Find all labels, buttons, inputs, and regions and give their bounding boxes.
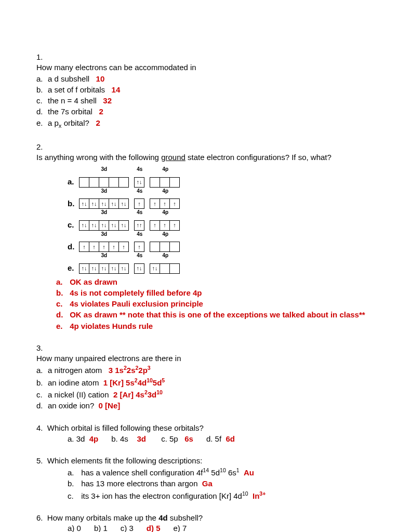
answer: 3 1s22s22p3 (109, 366, 151, 375)
q4-options: a. 3d 4p b. 4s 3d c. 5p 6s d. 5f 6d (68, 434, 375, 444)
q3-number: 3. (36, 343, 56, 353)
q6-number: 6. (36, 513, 43, 522)
q3-body: How many unpaired electrons are there in… (36, 353, 359, 411)
answer: 10 (96, 74, 105, 83)
q1-item: a.a d subshell 10 (36, 74, 359, 84)
q5-item: c. its 3+ ion has the electron configura… (68, 490, 375, 501)
q1-item: b.a set of f orbitals 14 (36, 85, 359, 95)
q4-number: 4. (36, 423, 43, 432)
q3-item: b.an iodine atom 1 [Kr] 5s24d105d5 (36, 377, 359, 388)
orbital-row: e.↑↓↑↓↑↓↑↓↑↓↑↓↑↓ (68, 259, 375, 274)
q3-item: a.a nitrogen atom 3 1s22s22p3 (36, 364, 359, 376)
q3-item: c.a nickel (II) cation 2 [Ar] 4s23d10 (36, 389, 359, 400)
q1-body: How many electrons can be accommodated i… (36, 62, 359, 130)
q2-stem-pre: Is anything wrong with the following (36, 153, 161, 162)
q2-stem-underline: ground (161, 153, 185, 162)
q1-stem: How many electrons can be accommodated i… (36, 63, 196, 72)
q1-sublist: a.a d subshell 10 b.a set of f orbitals … (36, 74, 359, 130)
orbital-row: b.↑↓↑↓↑↓↑↓↑↓↑↑↑↑ (68, 194, 375, 209)
q5-stem: Which elements fit the following descrip… (47, 456, 202, 465)
q6-opt: a) 0 (68, 524, 81, 532)
q3-stem: How many unpaired electrons are there in (36, 354, 181, 363)
answer: 32 (103, 96, 112, 105)
q2-answer: a. OK as drawn (56, 277, 375, 287)
orbital-diagram: 3d4s4pa.↑↓3d4s4pb.↑↓↑↓↑↓↑↓↑↓↑↑↑↑3d4s4pc.… (68, 166, 375, 274)
q2-body: Is anything wrong with the following gro… (36, 152, 379, 163)
question-5: 5. Which elements fit the following desc… (36, 456, 375, 501)
q4-opt: b. 4s 3d (111, 434, 146, 443)
q1-item: d.the 7s orbital 2 (36, 107, 359, 117)
question-1: 1. How many electrons can be accommodate… (36, 52, 375, 130)
q1-item: e.a px orbital? 2 (36, 118, 359, 130)
q2-answer: c. 4s violates Pauli exclusion principle (56, 299, 375, 309)
q2-answer: b. 4s is not completely filled before 4p (56, 288, 375, 298)
q5-number: 5. (36, 456, 43, 465)
q3-item: d.an oxide ion? 0 [Ne] (36, 401, 359, 411)
q4-opt: d. 5f 6d (206, 434, 235, 443)
q5-item: a. has a valence shell configuration 4f1… (68, 467, 375, 478)
answer: 2 (99, 107, 103, 116)
answer: 2 (96, 118, 100, 127)
q6-options: a) 0 b) 1 c) 3 d) 5 e) 7 (68, 523, 375, 532)
answer: 0 [Ne] (99, 401, 121, 410)
q6-opt: e) 7 (173, 524, 187, 532)
q2-number: 2. (36, 142, 56, 152)
q5-sublist: a. has a valence shell configuration 4f1… (68, 467, 375, 501)
q2-answer: e. 4p violates Hunds rule (56, 321, 375, 331)
q3-sublist: a.a nitrogen atom 3 1s22s22p3 b.an iodin… (36, 364, 359, 411)
q4-stem: Which orbital is filled following these … (47, 423, 204, 432)
question-4: 4. Which orbital is filled following the… (36, 423, 375, 444)
answer: Ga (202, 479, 213, 488)
q2-answers: a. OK as drawn b. 4s is not completely f… (56, 277, 375, 331)
q2-stem-post: state electron configurations? If so, wh… (185, 153, 332, 162)
question-6: 6. How many orbitals make up the 4d subs… (36, 513, 375, 532)
q6-stem: How many orbitals make up the 4d subshel… (47, 513, 203, 522)
q6-opt: b) 1 (94, 524, 108, 532)
q6-opt-correct: d) 5 (147, 524, 161, 532)
q1-item: c.the n = 4 shell 32 (36, 96, 359, 106)
q4-opt: c. 5p 6s (161, 434, 193, 443)
orbital-row: c.↑↓↑↓↑↓↑↓↑↓↑↑↑↑↑ (68, 216, 375, 231)
q1-number: 1. (36, 52, 56, 62)
q2-answer: d. OK as drawn ** note that this is one … (56, 310, 375, 320)
answer: 2 [Ar] 4s23d10 (113, 390, 163, 399)
q5-item: b. has 13 more electrons than argon Ga (68, 478, 375, 489)
orbital-row: d.↑↑↑↑↑↑ (68, 237, 375, 252)
question-2: 2. Is anything wrong with the following … (36, 142, 375, 331)
answer: 14 (112, 85, 121, 94)
orbital-row: a.↑↓ (68, 173, 375, 188)
question-3: 3. How many unpaired electrons are there… (36, 343, 375, 412)
answer: In3+ (253, 491, 266, 500)
answer: Au (244, 468, 254, 477)
answer: 1 [Kr] 5s24d105d5 (103, 378, 165, 387)
q6-opt: c) 3 (121, 524, 134, 532)
q4-opt: a. 3d 4p (68, 434, 98, 443)
